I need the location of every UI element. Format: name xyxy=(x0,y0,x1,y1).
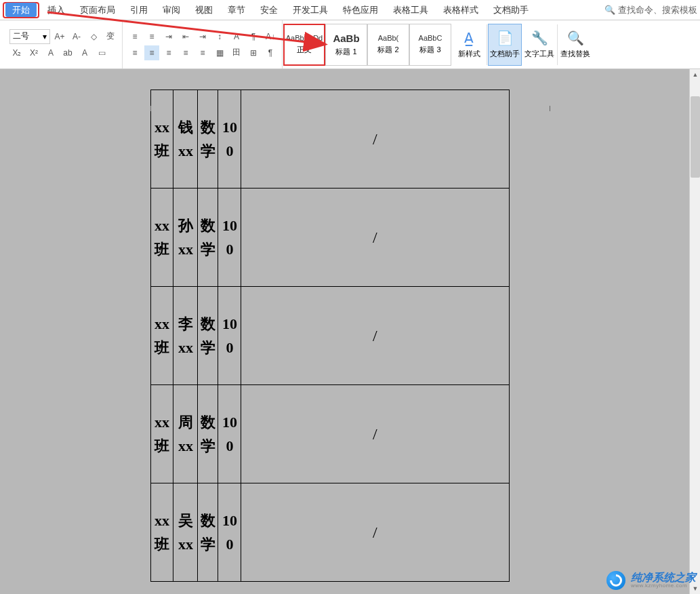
borders-button[interactable]: 田 xyxy=(229,45,244,60)
paragraph-dialog-button[interactable]: ¶ xyxy=(246,29,261,44)
cell-line: 10 xyxy=(218,312,241,336)
menu-view[interactable]: 视图 xyxy=(188,2,220,18)
subscript-button[interactable]: X₂ xyxy=(9,45,24,60)
table-cell[interactable]: xx班 xyxy=(150,385,173,483)
sort-button[interactable]: A↓ xyxy=(263,29,278,44)
superscript-button[interactable]: X² xyxy=(26,45,41,60)
show-marks-button[interactable]: ¶ xyxy=(263,45,278,60)
highlight-button[interactable]: ab xyxy=(60,45,75,60)
table-cell[interactable]: / xyxy=(241,385,509,483)
text-direction-button[interactable]: A xyxy=(229,29,244,44)
table-cell[interactable]: xx班 xyxy=(150,90,173,189)
font-grow-button[interactable]: A+ xyxy=(52,29,67,44)
find-replace-button[interactable]: 🔍 查找替换 xyxy=(558,24,592,66)
table-cell[interactable]: / xyxy=(241,90,509,189)
table-row[interactable]: xx班李xx数学100/ xyxy=(150,287,509,385)
bullets-button[interactable]: ≡ xyxy=(127,29,142,44)
shading-button[interactable]: ▦ xyxy=(212,45,227,60)
menu-security[interactable]: 安全 xyxy=(253,2,285,18)
align-left-button[interactable]: ≡ xyxy=(127,45,142,60)
table-row[interactable]: xx班钱xx数学100/ xyxy=(150,90,509,189)
table-cell[interactable]: xx班 xyxy=(150,287,173,385)
table-row[interactable]: xx班吴xx数学100/ xyxy=(150,483,509,582)
style-heading-2[interactable]: AaBb( 标题 2 xyxy=(367,24,409,66)
style-preview: AaBb xyxy=(333,33,359,44)
table-cell[interactable]: 数学 xyxy=(198,90,218,189)
menu-insert[interactable]: 插入 xyxy=(41,2,72,18)
cell-line: 10 xyxy=(218,115,241,139)
table-cell[interactable]: 100 xyxy=(218,189,241,287)
table-cell[interactable]: 孙xx xyxy=(173,189,198,287)
table-cell[interactable]: 数学 xyxy=(198,287,218,385)
new-style-button[interactable]: A̲ 新样式 xyxy=(452,24,486,66)
font-size-select[interactable]: 二号▾ xyxy=(9,29,50,44)
style-normal[interactable]: AaBbCcDd 正文 xyxy=(283,24,325,66)
menu-review[interactable]: 审阅 xyxy=(156,2,187,18)
align-center-button[interactable]: ≡ xyxy=(144,45,159,60)
format-painter-button[interactable]: ▭ xyxy=(94,45,109,60)
table-cell[interactable]: 数学 xyxy=(198,385,218,483)
table-cell[interactable]: 数学 xyxy=(198,483,218,582)
menu-references[interactable]: 引用 xyxy=(123,2,155,18)
table-cell[interactable]: 100 xyxy=(218,90,241,189)
cell-line: 0 xyxy=(218,532,241,556)
menu-doc-assist[interactable]: 文档助手 xyxy=(487,2,535,18)
text-tools-button[interactable]: 🔧 文字工具 xyxy=(522,24,556,66)
table-cell[interactable]: / xyxy=(241,189,509,287)
document-area[interactable]: xx班钱xx数学100/xx班孙xx数学100/xx班李xx数学100/xx班周… xyxy=(0,69,700,594)
decrease-align-button[interactable]: ⇥ xyxy=(161,29,176,44)
menu-page-layout[interactable]: 页面布局 xyxy=(73,2,122,18)
menu-table-style[interactable]: 表格样式 xyxy=(436,2,485,18)
increase-indent-button[interactable]: ⇥ xyxy=(195,29,210,44)
table-cell[interactable]: 100 xyxy=(218,385,241,483)
table-cell[interactable]: 数学 xyxy=(198,189,218,287)
decrease-indent-button[interactable]: ⇤ xyxy=(178,29,193,44)
menu-search[interactable]: 🔍 查找命令、搜索模板 xyxy=(604,4,697,16)
font-shrink-button[interactable]: A- xyxy=(69,29,84,44)
menu-dev-tools[interactable]: 开发工具 xyxy=(286,2,335,18)
cell-line: 0 xyxy=(218,336,241,359)
cell-line: 钱 xyxy=(173,115,197,139)
numbering-button[interactable]: ≡ xyxy=(144,29,159,44)
cell-line: 李 xyxy=(173,312,197,336)
table-cell[interactable]: / xyxy=(241,483,509,582)
menu-chapter[interactable]: 章节 xyxy=(221,2,252,18)
align-right-button[interactable]: ≡ xyxy=(161,45,176,60)
table-cell[interactable]: / xyxy=(241,287,509,385)
doc-assist-label: 文档助手 xyxy=(490,49,520,59)
table-cell[interactable]: 吴xx xyxy=(173,483,198,582)
cell-line: 学 xyxy=(198,237,218,261)
line-spacing-button[interactable]: ↕ xyxy=(212,29,227,44)
scroll-thumb[interactable] xyxy=(691,96,700,178)
menu-start[interactable]: 开始 xyxy=(5,3,37,17)
ruler-marks xyxy=(113,106,588,108)
font-color-button[interactable]: A xyxy=(77,45,92,60)
table-cell[interactable]: 100 xyxy=(218,483,241,582)
cell-line: 0 xyxy=(218,434,241,458)
table-cell[interactable]: 钱xx xyxy=(173,90,198,189)
table-cell[interactable]: 李xx xyxy=(173,287,198,385)
table-row[interactable]: xx班孙xx数学100/ xyxy=(150,189,509,287)
table-row[interactable]: xx班周xx数学100/ xyxy=(150,385,509,483)
font-effects-button[interactable]: A xyxy=(43,45,58,60)
menu-table-tools[interactable]: 表格工具 xyxy=(386,2,435,18)
menu-special[interactable]: 特色应用 xyxy=(336,2,385,18)
cell-line: 0 xyxy=(218,139,241,163)
doc-assist-button[interactable]: 📄 文档助手 xyxy=(488,24,522,66)
align-distribute-button[interactable]: ≡ xyxy=(195,45,210,60)
tab-stops-button[interactable]: ⊞ xyxy=(246,45,261,60)
style-heading-3[interactable]: AaBbC 标题 3 xyxy=(409,24,451,66)
scroll-up-arrow-icon[interactable]: ▲ xyxy=(690,69,700,80)
clear-format-button[interactable]: ◇ xyxy=(86,29,101,44)
table-cell[interactable]: 周xx xyxy=(173,385,198,483)
vertical-scrollbar[interactable]: ▲ ▼ xyxy=(689,69,700,594)
table-cell[interactable]: 100 xyxy=(218,287,241,385)
cell-line: 学 xyxy=(198,434,218,458)
table-cell[interactable]: xx班 xyxy=(150,483,173,582)
align-justify-button[interactable]: ≡ xyxy=(178,45,193,60)
cell-line: xx xyxy=(151,312,173,336)
style-heading-1[interactable]: AaBb 标题 1 xyxy=(325,24,367,66)
document-table[interactable]: xx班钱xx数学100/xx班孙xx数学100/xx班李xx数学100/xx班周… xyxy=(150,90,510,582)
table-cell[interactable]: xx班 xyxy=(150,189,173,287)
phonetic-guide-button[interactable]: 变 xyxy=(103,29,118,44)
